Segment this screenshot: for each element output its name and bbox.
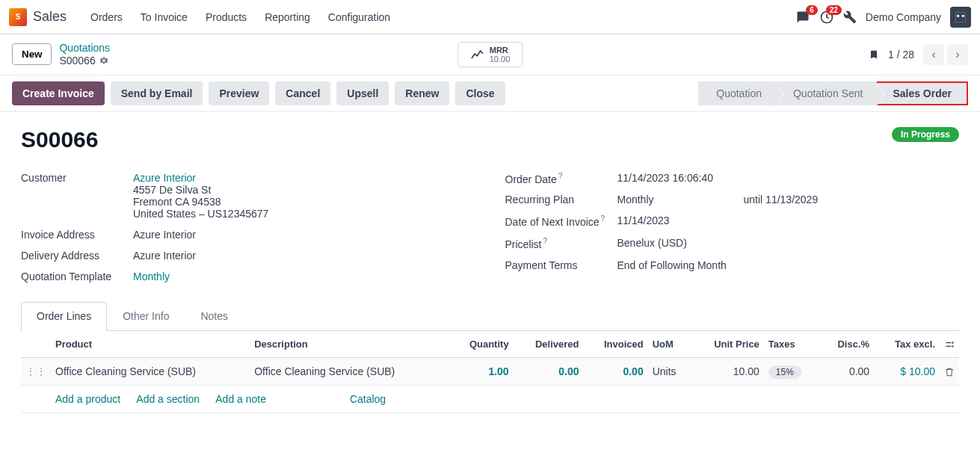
cancel-button[interactable]: Cancel (275, 81, 330, 105)
th-description[interactable]: Description (250, 331, 449, 358)
cell-tax[interactable]: 15% (768, 365, 801, 379)
status-steps: Quotation Quotation Sent Sales Order (698, 81, 968, 105)
step-quotation-sent[interactable]: Quotation Sent (775, 81, 876, 105)
cell-delivered[interactable]: 0.00 (514, 358, 584, 386)
status-bar: Create Invoice Send by Email Preview Can… (0, 75, 980, 112)
delete-row-icon[interactable] (940, 358, 959, 386)
record-title: S00066 (21, 127, 98, 152)
mrr-stat[interactable]: MRR 10.00 (457, 42, 523, 67)
close-button[interactable]: Close (455, 81, 505, 105)
activities-count: 22 (826, 5, 842, 15)
nav-orders[interactable]: Orders (81, 11, 132, 23)
cell-quantity[interactable]: 1.00 (449, 358, 513, 386)
create-invoice-button[interactable]: Create Invoice (12, 81, 105, 105)
mrr-label: MRR (490, 46, 511, 55)
top-nav: S Sales Orders To Invoice Products Repor… (0, 0, 980, 34)
th-disc[interactable]: Disc.% (819, 331, 874, 358)
messages-count: 6 (806, 5, 818, 15)
payterm-label: Payment Terms (505, 259, 617, 271)
debug-icon[interactable] (843, 10, 857, 23)
preview-button[interactable]: Preview (209, 81, 269, 105)
th-delivered[interactable]: Delivered (514, 331, 584, 358)
catalog-link[interactable]: Catalog (350, 393, 386, 405)
svg-point-1 (957, 14, 959, 16)
customer-label: Customer (21, 172, 133, 184)
invoice-addr[interactable]: Azure Interior (133, 229, 196, 241)
chart-icon (470, 49, 485, 61)
pricelist-label: Pricelist (505, 238, 542, 250)
renew-button[interactable]: Renew (395, 81, 449, 105)
help-icon[interactable]: ? (543, 237, 548, 245)
form-left-col: Customer Azure Interior 4557 De Silva St… (21, 167, 475, 287)
payterm[interactable]: End of Following Month (617, 259, 727, 271)
new-button[interactable]: New (12, 43, 52, 65)
order-date[interactable]: 11/14/2023 16:06:40 (617, 172, 713, 184)
nav-products[interactable]: Products (197, 11, 256, 23)
recurring-plan[interactable]: Monthly (617, 194, 654, 205)
upsell-button[interactable]: Upsell (336, 81, 389, 105)
th-uom[interactable]: UoM (648, 331, 691, 358)
help-icon[interactable]: ? (601, 214, 605, 223)
next-inv-label: Date of Next Invoice (505, 216, 600, 228)
th-taxes[interactable]: Taxes (764, 331, 820, 358)
next-inv-date[interactable]: 11/14/2023 (617, 214, 670, 226)
pager-prev-button[interactable]: ‹ (923, 44, 944, 65)
customer-link[interactable]: Azure Interior (133, 172, 196, 184)
until-date[interactable]: 11/13/2029 (765, 194, 818, 205)
breadcrumb-current: S00066 (59, 55, 95, 67)
cell-uom[interactable]: Units (648, 358, 691, 386)
nav-configuration[interactable]: Configuration (319, 11, 399, 23)
th-product[interactable]: Product (51, 331, 250, 358)
app-icon[interactable]: S (9, 8, 27, 26)
tab-order-lines[interactable]: Order Lines (21, 302, 107, 331)
cell-product[interactable]: Office Cleaning Service (SUB) (51, 358, 250, 386)
delivery-addr[interactable]: Azure Interior (133, 250, 196, 262)
customer-addr3: United States – US12345677 (133, 208, 268, 220)
cell-unit-price[interactable]: 10.00 (691, 358, 764, 386)
order-lines-table: Product Description Quantity Delivered I… (21, 331, 959, 414)
quote-tmpl-link[interactable]: Monthly (133, 271, 170, 282)
cell-description[interactable]: Office Cleaning Service (SUB) (250, 358, 449, 386)
settings-icon[interactable] (944, 339, 955, 350)
tabs: Order Lines Other Info Notes (21, 302, 959, 331)
drag-handle-icon[interactable]: ⋮⋮ (21, 358, 51, 386)
app-name[interactable]: Sales (33, 9, 67, 25)
help-icon[interactable]: ? (558, 172, 563, 180)
add-section-link[interactable]: Add a section (136, 393, 200, 405)
pager-count[interactable]: 1 / 28 (888, 49, 914, 61)
until-label: until (744, 194, 763, 205)
th-unit-price[interactable]: Unit Price (691, 331, 764, 358)
step-sales-order[interactable]: Sales Order (876, 81, 968, 105)
user-avatar[interactable] (950, 7, 971, 28)
recurring-label: Recurring Plan (505, 194, 617, 205)
quote-tmpl-label: Quotation Template (21, 271, 133, 282)
nav-reporting[interactable]: Reporting (256, 11, 319, 23)
pager-next-button[interactable]: › (947, 44, 968, 65)
th-tax-excl[interactable]: Tax excl. (874, 331, 940, 358)
form-right-col: Order Date? 11/14/2023 16:06:40 Recurrin… (505, 167, 960, 287)
form-sheet: S00066 In Progress Customer Azure Interi… (0, 112, 980, 429)
cell-invoiced[interactable]: 0.00 (584, 358, 648, 386)
nav-to-invoice[interactable]: To Invoice (132, 11, 197, 23)
cell-disc[interactable]: 0.00 (819, 358, 874, 386)
bookmark-icon[interactable] (869, 48, 879, 61)
tab-other-info[interactable]: Other Info (107, 302, 185, 330)
cell-tax-excl: $ 10.00 (874, 358, 940, 386)
mrr-value: 10.00 (490, 55, 511, 64)
table-row[interactable]: ⋮⋮ Office Cleaning Service (SUB) Office … (21, 358, 959, 386)
th-quantity[interactable]: Quantity (449, 331, 513, 358)
gear-icon[interactable] (99, 55, 109, 66)
breadcrumb-root[interactable]: Quotations (59, 42, 110, 55)
activities-icon[interactable]: 22 (819, 10, 834, 25)
th-invoiced[interactable]: Invoiced (584, 331, 648, 358)
customer-addr2: Fremont CA 94538 (133, 196, 221, 208)
messages-icon[interactable]: 6 (795, 10, 810, 23)
tab-notes[interactable]: Notes (185, 302, 244, 330)
pricelist[interactable]: Benelux (USD) (617, 237, 687, 249)
add-note-link[interactable]: Add a note (215, 393, 266, 405)
send-email-button[interactable]: Send by Email (111, 81, 203, 105)
delivery-addr-label: Delivery Address (21, 250, 133, 262)
step-quotation[interactable]: Quotation (698, 81, 775, 105)
add-product-link[interactable]: Add a product (55, 393, 120, 405)
company-name[interactable]: Demo Company (866, 11, 941, 23)
